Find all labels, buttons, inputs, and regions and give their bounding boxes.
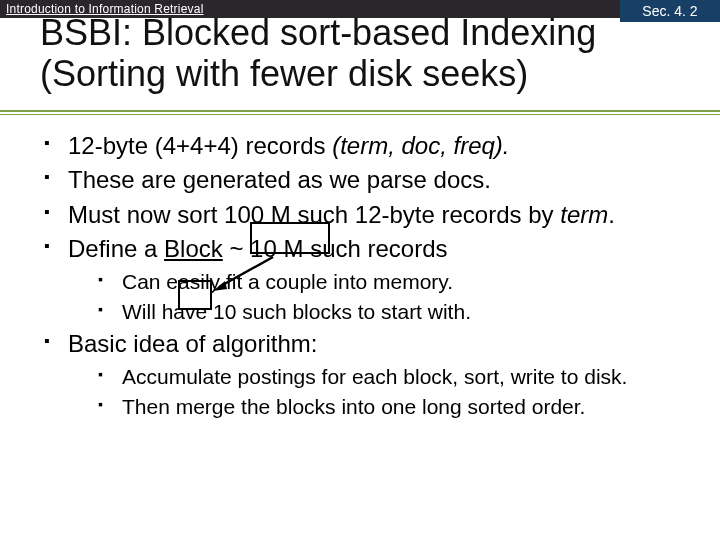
- bullet-sort: Must now sort 100 M such 12-byte records…: [40, 199, 690, 231]
- annotation-box-10m: [250, 222, 330, 254]
- annotation-box-10: [178, 280, 212, 310]
- text: Can easily fit a couple into memory.: [122, 270, 453, 293]
- text: 12-byte (4+4+4) records: [68, 132, 332, 159]
- subbullet-accumulate: Accumulate postings for each block, sort…: [94, 363, 690, 391]
- subbullet-merge: Then merge the blocks into one long sort…: [94, 393, 690, 421]
- bullet-records: 12-byte (4+4+4) records (term, doc, freq…: [40, 130, 690, 162]
- slide-body: 12-byte (4+4+4) records (term, doc, freq…: [40, 128, 690, 423]
- text-italic: term: [560, 201, 608, 228]
- text-underline: Block: [164, 235, 223, 262]
- text: Basic idea of algorithm:: [68, 330, 317, 357]
- bullet-basic-idea: Basic idea of algorithm: Accumulate post…: [40, 328, 690, 421]
- text: These are generated as we parse docs.: [68, 166, 491, 193]
- text: Define a: [68, 235, 164, 262]
- text: .: [608, 201, 615, 228]
- text: Accumulate postings for each block, sort…: [122, 365, 627, 388]
- text: Then merge the blocks into one long sort…: [122, 395, 585, 418]
- text-italic: (term, doc, freq).: [332, 132, 509, 159]
- text: Will have 10 such blocks to start with.: [122, 300, 471, 323]
- bullet-block: Define a Block ~ 10 M such records Can e…: [40, 233, 690, 326]
- bullet-parse: These are generated as we parse docs.: [40, 164, 690, 196]
- slide-title: BSBI: Blocked sort-based Indexing (Sorti…: [40, 12, 690, 95]
